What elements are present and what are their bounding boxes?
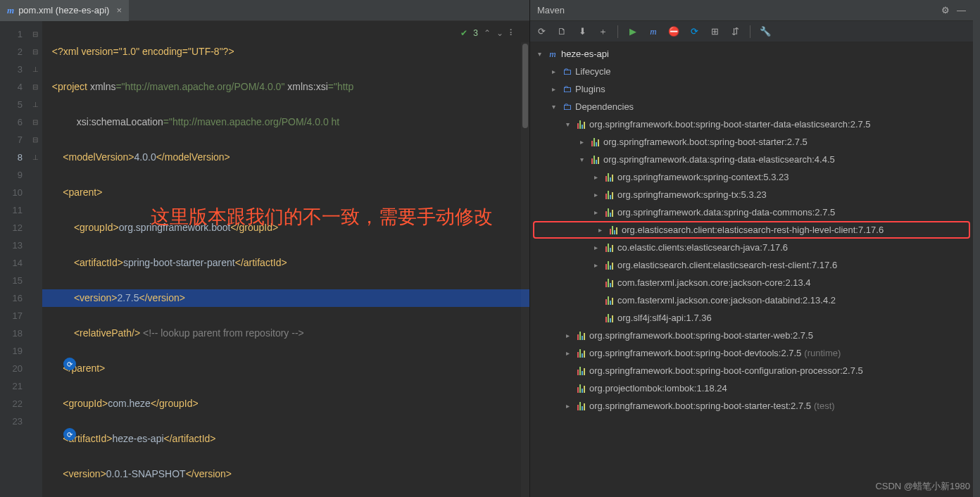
folder-icon: 🗀	[561, 101, 572, 112]
run-gutter-icon[interactable]: ⟳	[63, 428, 76, 441]
run-gutter-icon[interactable]: ⟳	[63, 358, 76, 370]
dependency-item[interactable]: com.fasterxml.jackson.core:jackson-datab…	[530, 291, 973, 309]
dependency-item[interactable]: org.springframework.data:spring-data-com…	[530, 203, 973, 221]
dependency-item[interactable]: org.springframework.data:spring-data-ela…	[530, 151, 973, 168]
run-icon[interactable]: ▶	[627, 26, 639, 37]
library-icon	[603, 279, 615, 287]
tab-title: pom.xml (heze-es-api)	[18, 5, 109, 15]
library-icon	[603, 314, 615, 322]
library-icon	[603, 208, 615, 217]
library-icon	[603, 296, 615, 305]
tree-plugins[interactable]: 🗀Plugins	[530, 80, 973, 98]
library-icon	[608, 226, 619, 234]
library-icon	[575, 332, 586, 340]
dependency-item[interactable]: org.springframework:spring-tx:5.3.23	[530, 186, 973, 203]
line-gutter: 1234567891011121314151617181920212223	[0, 21, 28, 497]
library-icon	[575, 120, 586, 129]
folder-icon: 🗀	[561, 84, 572, 94]
dependency-item[interactable]: org.springframework.boot:spring-boot-sta…	[530, 133, 973, 151]
execute-icon[interactable]: m	[648, 26, 659, 37]
right-tool-strip[interactable]	[973, 0, 980, 497]
dependency-item[interactable]: org.slf4j:slf4j-api:1.7.36	[530, 309, 973, 327]
dependency-item[interactable]: org.springframework.boot:spring-boot-con…	[530, 362, 973, 379]
code-text[interactable]: <?xml version="1.0" encoding="UTF-8"?> <…	[42, 21, 529, 497]
editor-pane: m pom.xml (heze-es-api) × ✔ 3 ⌃ ⌄ ⠇ 1234…	[0, 0, 529, 497]
wrench-icon[interactable]: 🔧	[760, 26, 771, 37]
maven-toolbar: ⟳ 🗋 ⬇ ＋ ▶ m ⛔ ⟳ ⊞ ⇵ 🔧	[530, 21, 973, 42]
dependency-item[interactable]: co.elastic.clients:elasticsearch-java:7.…	[530, 239, 973, 256]
library-icon	[575, 349, 586, 358]
maven-file-icon: m	[7, 5, 14, 16]
dependency-item[interactable]: org.springframework.boot:spring-boot-sta…	[530, 115, 973, 133]
maven-title: Maven	[537, 5, 565, 15]
folder-icon: 🗀	[561, 66, 572, 77]
offline-icon[interactable]: ⟳	[689, 26, 700, 37]
editor-scrollbar[interactable]	[521, 42, 529, 497]
dependency-item[interactable]: org.springframework.boot:spring-boot-sta…	[530, 397, 973, 415]
refresh-icon[interactable]: ⟳	[536, 26, 547, 37]
code-area[interactable]: 1234567891011121314151617181920212223 ⊟⊟…	[0, 21, 529, 497]
download-icon[interactable]: ⬇	[577, 26, 588, 37]
editor-tabs: m pom.xml (heze-es-api) ×	[0, 0, 529, 21]
minimize-icon[interactable]: —	[957, 5, 966, 15]
library-icon	[589, 138, 601, 146]
library-icon	[603, 261, 615, 270]
tree-root[interactable]: mheze-es-api	[530, 45, 973, 63]
dependency-item-highlighted[interactable]: org.elasticsearch.client:elasticsearch-r…	[533, 221, 970, 239]
maven-tree[interactable]: mheze-es-api 🗀Lifecycle 🗀Plugins 🗀Depend…	[530, 42, 973, 497]
add-icon[interactable]: ＋	[597, 25, 608, 38]
dependency-item[interactable]: com.fasterxml.jackson.core:jackson-core:…	[530, 274, 973, 291]
close-icon[interactable]: ×	[116, 5, 122, 15]
module-icon: m	[547, 49, 558, 60]
library-icon	[603, 173, 615, 182]
fold-column: ⊟⊟⊥⊟⊥⊟⊟⊥	[28, 21, 42, 497]
library-icon	[575, 367, 586, 375]
gear-icon[interactable]: ⚙	[941, 5, 950, 15]
dependency-item[interactable]: org.springframework:spring-context:5.3.2…	[530, 168, 973, 186]
library-icon	[603, 191, 615, 199]
generate-sources-icon[interactable]: 🗋	[556, 26, 567, 37]
library-icon	[603, 244, 615, 252]
dependency-item[interactable]: org.springframework.boot:spring-boot-sta…	[530, 327, 973, 344]
toggle-skip-tests-icon[interactable]: ⛔	[668, 26, 679, 37]
dependency-item[interactable]: org.projectlombok:lombok:1.18.24	[530, 379, 973, 397]
show-dependencies-icon[interactable]: ⊞	[709, 26, 720, 37]
library-icon	[575, 384, 586, 393]
library-icon	[575, 402, 586, 410]
library-icon	[589, 156, 601, 164]
maven-title-bar: Maven ⚙ —	[530, 0, 973, 21]
tree-dependencies[interactable]: 🗀Dependencies	[530, 98, 973, 115]
collapse-all-icon[interactable]: ⇵	[729, 26, 741, 37]
dependency-item[interactable]: org.elasticsearch.client:elasticsearch-r…	[530, 256, 973, 274]
dependency-item[interactable]: org.springframework.boot:spring-boot-dev…	[530, 344, 973, 362]
tab-pom-xml[interactable]: m pom.xml (heze-es-api) ×	[0, 0, 129, 21]
maven-panel: Maven ⚙ — ⟳ 🗋 ⬇ ＋ ▶ m ⛔ ⟳ ⊞ ⇵ 🔧 mheze-es…	[529, 0, 973, 497]
tree-lifecycle[interactable]: 🗀Lifecycle	[530, 63, 973, 80]
